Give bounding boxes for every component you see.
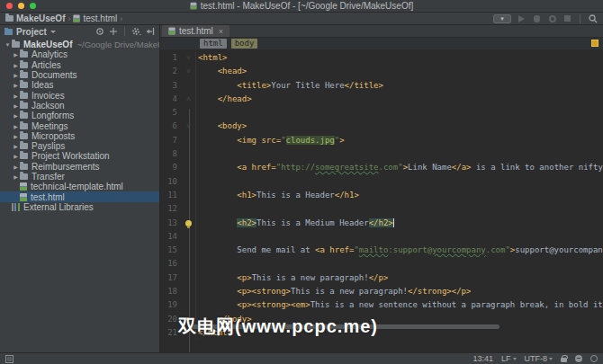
tree-item-label: Jackson bbox=[32, 101, 65, 111]
code-line-12[interactable]: 12 bbox=[160, 202, 603, 216]
code-line-4[interactable]: 4˄ </head> bbox=[160, 93, 603, 106]
tree-item-longforms[interactable]: ▶Longforms bbox=[0, 111, 159, 120]
folder-icon bbox=[20, 173, 28, 180]
code-line-14[interactable]: 14 bbox=[160, 230, 603, 244]
run-icon[interactable] bbox=[517, 13, 526, 23]
tree-item-external-libraries[interactable]: External Libraries bbox=[0, 202, 159, 212]
tree-item-transfer[interactable]: ▶Transfer bbox=[0, 172, 159, 182]
code-line-9[interactable]: 9 <a href="http://somegreatsite.com">Lin… bbox=[160, 161, 603, 174]
tree-item-documents[interactable]: ▶Documents bbox=[0, 70, 159, 80]
toolbar-separator bbox=[580, 14, 580, 23]
tool-window-switcher-icon[interactable] bbox=[5, 355, 14, 363]
code-line-15[interactable]: 15 Send me mail at <a href="mailto:suppo… bbox=[160, 244, 603, 257]
expand-arrow-icon[interactable]: ▶ bbox=[12, 133, 20, 139]
notification-bubble-icon[interactable] bbox=[590, 355, 598, 362]
code-line-11[interactable]: 11 <h1>This is a Header</h1> bbox=[160, 189, 603, 202]
code-text: <head> bbox=[196, 65, 247, 78]
breadcrumb-makeuseof[interactable]: MakeUseOf bbox=[5, 13, 65, 23]
project-panel: Project ▼MakeUseOf~/Google Drive/MakeUse… bbox=[0, 25, 160, 352]
code-line-2[interactable]: 2˅ <head> bbox=[160, 65, 603, 78]
code-editor[interactable]: 1˅<html>2˅ <head>3 <title>Your Title Her… bbox=[160, 49, 603, 340]
tree-item-project-workstation[interactable]: ▶Project Workstation bbox=[0, 151, 159, 161]
encoding-selector[interactable]: UTF-8 bbox=[525, 354, 554, 363]
expand-arrow-icon[interactable]: ▶ bbox=[12, 72, 20, 78]
folder-icon bbox=[20, 164, 28, 170]
tree-item-invoices[interactable]: ▶Invoices bbox=[0, 90, 159, 100]
tree-item-payslips[interactable]: ▶Payslips bbox=[0, 141, 159, 151]
folder-icon bbox=[20, 51, 28, 58]
fold-open-icon[interactable]: ˅ bbox=[186, 65, 191, 78]
hide-panel-icon[interactable] bbox=[146, 27, 155, 36]
xml-breadcrumbs: html body bbox=[160, 38, 603, 49]
code-line-7[interactable]: 7 <img src="clouds.jpg"> bbox=[160, 134, 603, 147]
line-number: 3 bbox=[160, 79, 182, 93]
code-line-17[interactable]: 17 <p>This is a new paragraph!</p> bbox=[160, 271, 603, 285]
code-line-19[interactable]: 19 <p><strong><em>This is a new sentence… bbox=[160, 298, 603, 312]
code-line-8[interactable]: 8 bbox=[160, 147, 603, 161]
inspection-status-marker[interactable] bbox=[591, 40, 598, 47]
code-line-6[interactable]: 6˅ <body> bbox=[160, 120, 603, 133]
locate-icon[interactable] bbox=[95, 27, 104, 36]
expand-arrow-icon[interactable]: ▶ bbox=[12, 82, 20, 88]
folder-icon bbox=[20, 93, 28, 99]
tree-item-analytics[interactable]: ▶Analytics bbox=[0, 49, 159, 59]
title-bar: test.html - MakeUseOf - [~/Google Drive/… bbox=[0, 0, 603, 13]
collapse-all-icon[interactable] bbox=[109, 27, 118, 36]
expand-arrow-icon[interactable]: ▶ bbox=[12, 153, 20, 159]
code-line-16[interactable]: 16 bbox=[160, 257, 603, 271]
code-line-3[interactable]: 3 <title>Your Title Here</title> bbox=[160, 79, 603, 93]
tab-test-html[interactable]: test.html × bbox=[162, 25, 230, 37]
expand-arrow-icon[interactable]: ▶ bbox=[12, 164, 20, 170]
tree-item-label: Meetings bbox=[32, 121, 68, 131]
intention-lightbulb-icon[interactable] bbox=[185, 220, 192, 226]
expand-arrow-icon[interactable]: ▶ bbox=[12, 112, 20, 119]
fold-open-icon[interactable]: ˅ bbox=[186, 51, 191, 65]
code-line-1[interactable]: 1˅<html> bbox=[160, 51, 603, 65]
debug-bug-icon[interactable] bbox=[532, 13, 542, 23]
code-text: <html> bbox=[196, 51, 228, 65]
tree-item-reimbursements[interactable]: ▶Reimbursements bbox=[0, 162, 159, 172]
hector-inspector-icon[interactable] bbox=[575, 355, 582, 362]
lock-icon[interactable] bbox=[561, 358, 567, 362]
tree-item-label: technical-template.html bbox=[31, 182, 123, 191]
breadcrumb-body-tag[interactable]: body bbox=[231, 39, 258, 49]
code-line-13[interactable]: 13 <h2>This is a Medium Header</h2> bbox=[160, 217, 603, 230]
code-line-5[interactable]: 5 bbox=[160, 106, 603, 120]
close-tab-icon[interactable]: × bbox=[219, 27, 223, 36]
code-line-18[interactable]: 18 <p><strong>This is a new paragraph!</… bbox=[160, 285, 603, 298]
expand-arrow-icon[interactable]: ▼ bbox=[4, 42, 12, 48]
stop-icon[interactable] bbox=[562, 13, 572, 23]
html-file-icon bbox=[74, 14, 80, 22]
coverage-icon[interactable] bbox=[547, 13, 557, 23]
tree-item-articles[interactable]: ▶Articles bbox=[0, 60, 159, 70]
project-view-dropdown[interactable]: Project bbox=[4, 27, 56, 37]
run-config-dropdown[interactable]: ▾ bbox=[493, 14, 511, 23]
tree-item-meetings[interactable]: ▶Meetings bbox=[0, 120, 159, 130]
line-separator-selector[interactable]: LF bbox=[501, 354, 517, 363]
breadcrumb-test-html[interactable]: test.html bbox=[73, 13, 117, 23]
expand-arrow-icon[interactable]: ▶ bbox=[12, 123, 20, 129]
breadcrumb-html-tag[interactable]: html bbox=[200, 39, 227, 49]
tree-item-microposts[interactable]: ▶Microposts bbox=[0, 131, 159, 141]
expand-arrow-icon[interactable]: ▶ bbox=[12, 173, 20, 180]
line-separator-label: LF bbox=[501, 354, 511, 363]
tree-item-technical-template-html[interactable]: technical-template.html bbox=[0, 182, 159, 191]
watermark-text: 双电网(www.pcpc.me) bbox=[178, 315, 378, 339]
fold-close-icon[interactable]: ˄ bbox=[186, 93, 191, 106]
tree-item-makeuseof[interactable]: ▼MakeUseOf~/Google Drive/MakeUseOf bbox=[0, 40, 159, 49]
expand-arrow-icon[interactable]: ▶ bbox=[12, 93, 20, 99]
caret-position[interactable]: 13:41 bbox=[472, 354, 493, 363]
expand-arrow-icon[interactable]: ▶ bbox=[12, 143, 20, 149]
tree-item-ideas[interactable]: ▶Ideas bbox=[0, 80, 159, 90]
expand-arrow-icon[interactable]: ▶ bbox=[12, 51, 20, 58]
code-line-10[interactable]: 10 bbox=[160, 175, 603, 189]
expand-arrow-icon[interactable]: ▶ bbox=[12, 102, 20, 109]
settings-gear-icon[interactable] bbox=[131, 27, 141, 36]
tree-item-label: Invoices bbox=[32, 91, 65, 101]
tree-item-test-html[interactable]: test.html bbox=[0, 191, 159, 201]
html-file-icon bbox=[20, 182, 27, 191]
expand-arrow-icon[interactable]: ▶ bbox=[12, 62, 20, 68]
search-icon[interactable] bbox=[588, 13, 598, 23]
tree-item-jackson[interactable]: ▶Jackson bbox=[0, 101, 159, 111]
project-icon bbox=[4, 28, 13, 36]
